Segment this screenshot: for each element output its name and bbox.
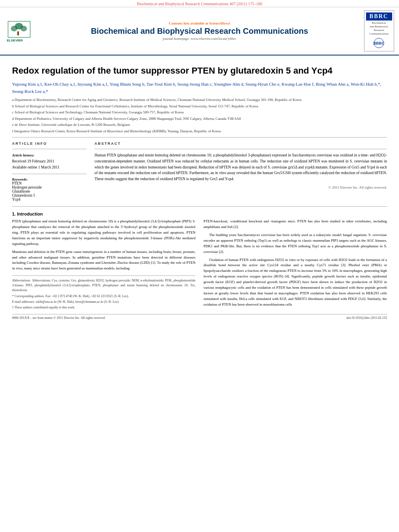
bbrc-title: BBRC bbox=[366, 12, 392, 21]
keywords-label: Keywords: bbox=[12, 177, 86, 181]
divider-abstract bbox=[95, 149, 387, 149]
article-info-col: ARTICLE INFO Article history: Received 1… bbox=[12, 142, 86, 201]
article-info-label: ARTICLE INFO bbox=[12, 142, 86, 146]
footer-bar: 0006-291X/$ – see front matter © 2011 El… bbox=[12, 314, 387, 320]
fn-corresponding: * Corresponding authors. Fax: +82 2 873 … bbox=[12, 294, 195, 299]
kw-ycp4: Ycp4 bbox=[12, 197, 86, 201]
divider-1 bbox=[12, 137, 387, 138]
abstract-copyright: © 2011 Elsevier Inc. All rights reserved… bbox=[95, 185, 387, 189]
fn-abbr-label: Abbreviations: bbox=[12, 279, 32, 282]
divider-info bbox=[12, 149, 86, 149]
fn-equal: 1 These authors contributed equally to t… bbox=[12, 305, 195, 310]
svg-rect-5 bbox=[17, 31, 19, 35]
affil-a: a Department of Biochemistry, Research C… bbox=[12, 97, 387, 103]
fn-abbreviations: Abbreviations: Abbreviations: Cys, cyste… bbox=[12, 278, 195, 293]
footer-doi: doi:10.1016/j.bbrc.2011.02.133 bbox=[346, 316, 387, 320]
intro-right-p1: PTEN-knockout, -conditional knockout and… bbox=[204, 219, 387, 230]
affil-b: b School of Biological Sciences and Rese… bbox=[12, 104, 387, 109]
body-area: 1. Introduction PTEN (phosphatase and te… bbox=[12, 212, 387, 310]
bbrc-logo: BBRC Biochemicaland BiophysicalResearchC… bbox=[363, 10, 395, 51]
svg-text:BBRC: BBRC bbox=[373, 41, 385, 45]
sciencedirect-line: Contents lists available at ScienceDirec… bbox=[40, 21, 359, 25]
intro-right-p3: Oxidation of human PTEN with endogenous … bbox=[204, 257, 387, 308]
footer-issn: 0006-291X/$ – see front matter © 2011 El… bbox=[12, 316, 105, 320]
fn-emails: E-mail addresses: wkih@snu.ac.kr (W.-K. … bbox=[12, 300, 195, 304]
content-area: Redox regulation of the tumor suppressor… bbox=[0, 55, 399, 328]
affil-d: d Department of Pediatrics, University o… bbox=[12, 116, 387, 122]
journal-bar: Biochemical and Biophysical Research Com… bbox=[0, 0, 399, 7]
article-title: Redox regulation of the tumor suppressor… bbox=[12, 65, 387, 77]
abstract-col: ABSTRACT Human PTEN (phosphatase and ten… bbox=[95, 142, 387, 201]
abstract-text: Human PTEN (phosphatase and tensin homol… bbox=[95, 152, 387, 182]
page: Biochemical and Biophysical Research Com… bbox=[0, 0, 399, 532]
kw-pten: PTEN bbox=[12, 181, 86, 185]
body-two-col: PTEN (phosphatase and tensin homolog del… bbox=[12, 219, 387, 310]
sciencedirect-prefix: Contents lists available at bbox=[169, 21, 210, 25]
affil-c: c School of Biological Sciences and Tech… bbox=[12, 110, 387, 115]
divider-kw bbox=[12, 174, 86, 174]
kw-h2o2: Hydrogen peroxide bbox=[12, 185, 86, 189]
keywords-block: Keywords: PTEN Hydrogen peroxide Glutath… bbox=[12, 174, 86, 201]
info-abstract-row: ARTICLE INFO Article history: Received 1… bbox=[12, 142, 387, 201]
journal-title: Biochemical and Biophysical Research Com… bbox=[40, 26, 359, 36]
article-history: Article history: Received 19 February 20… bbox=[12, 152, 86, 170]
history-label: Article history: bbox=[12, 152, 86, 158]
journal-bar-text: Biochemical and Biophysical Research Com… bbox=[137, 2, 262, 6]
affil-e: e de Duve Institute, Université catholiq… bbox=[12, 122, 387, 128]
svg-point-4 bbox=[21, 26, 27, 31]
body-col-left: PTEN (phosphatase and tensin homolog del… bbox=[12, 219, 195, 310]
fn-abbr-text: Abbreviations: Cys, cysteine; Grx, gluta… bbox=[12, 279, 195, 292]
received-date: Received 19 February 2011 bbox=[12, 158, 86, 164]
svg-point-3 bbox=[11, 26, 17, 31]
affiliations-block: a Department of Biochemistry, Research C… bbox=[12, 97, 387, 134]
available-date: Available online 1 March 2011 bbox=[12, 164, 86, 170]
abstract-label: ABSTRACT bbox=[95, 142, 387, 146]
header-center: Contents lists available at ScienceDirec… bbox=[40, 21, 359, 41]
intro-p2: Mutations and deletion in the PTEN gene … bbox=[12, 249, 195, 272]
bbrc-box: BBRC Biochemicaland BiophysicalResearchC… bbox=[364, 10, 394, 51]
intro-p1: PTEN (phosphatase and tensin homolog del… bbox=[12, 219, 195, 247]
header-area: ELSEVIER Contents lists available at Sci… bbox=[0, 7, 399, 55]
intro-right-p2: The budding yeast Saccharomyces cerevisi… bbox=[204, 232, 387, 255]
svg-text:ELSEVIER: ELSEVIER bbox=[7, 39, 23, 42]
affil-f: f Integrative Omics Research Center, Kor… bbox=[12, 129, 387, 134]
authors-line: Yujeong Kim a,1, Kee-Oh Chay a,1, Inyoun… bbox=[12, 81, 387, 95]
journal-homepage: journal homepage: www.elsevier.com/locat… bbox=[40, 37, 359, 41]
elsevier-logo: ELSEVIER bbox=[4, 17, 36, 45]
intro-heading: 1. Introduction bbox=[12, 212, 387, 216]
divider-2 bbox=[12, 206, 387, 207]
kw-glutathione: Glutathione bbox=[12, 189, 86, 193]
kw-glutaredoxin: Glutaredoxin 5 bbox=[12, 193, 86, 197]
author-text: Yujeong Kim a,1, Kee-Oh Chay a,1, Inyoun… bbox=[12, 82, 381, 94]
body-col-right: PTEN-knockout, -conditional knockout and… bbox=[204, 219, 387, 310]
sciencedirect-link-text[interactable]: ScienceDirect bbox=[209, 21, 230, 25]
footnotes: Abbreviations: Abbreviations: Cys, cyste… bbox=[12, 275, 195, 310]
